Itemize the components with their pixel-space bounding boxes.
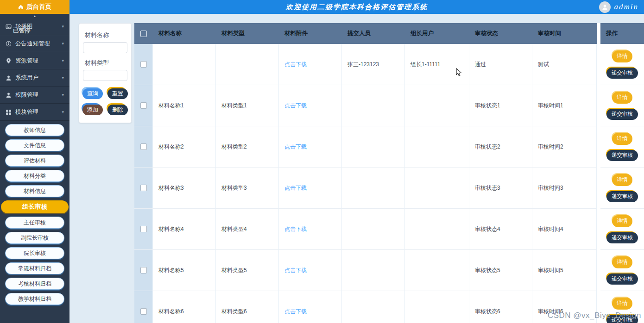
- download-link[interactable]: 点击下载: [284, 184, 307, 192]
- sidebar-scroll-up-icon[interactable]: ▴: [0, 14, 69, 18]
- checkbox-cell: [134, 209, 153, 250]
- row-checkbox[interactable]: [140, 61, 147, 68]
- header-review-status: 审核状态: [469, 23, 532, 44]
- search-panel: 材料名称 材料类型 查询 重置 添加 删除: [79, 23, 132, 123]
- sidebar-item-announcements[interactable]: 公告通知管理 ▾: [0, 35, 69, 52]
- cell-operations: 详情 递交审核: [600, 44, 644, 85]
- submit-review-button[interactable]: 递交审核: [606, 150, 638, 161]
- cell-operations: 详情 递交审核: [600, 85, 644, 126]
- submit-review-button[interactable]: 递交审核: [606, 232, 638, 243]
- submit-review-button[interactable]: 递交审核: [606, 109, 638, 120]
- table-row: 材料名称1 材料类型1 点击下载 审核状态1 审核时间1 详情 递交审核: [134, 85, 644, 126]
- submit-review-button[interactable]: 递交审核: [606, 273, 638, 285]
- detail-button[interactable]: 详情: [612, 174, 632, 186]
- submenu-item-dean-review[interactable]: 院长审核: [5, 247, 64, 259]
- header-leader-user: 组长用户: [405, 23, 469, 44]
- download-link[interactable]: 点击下载: [284, 225, 307, 233]
- checkbox-cell: [134, 291, 153, 323]
- row-checkbox[interactable]: [140, 185, 147, 191]
- cell-material-type: 材料类型1: [216, 85, 279, 126]
- cell-leader: [405, 126, 469, 168]
- reset-button[interactable]: 重置: [107, 88, 128, 99]
- home-icon: [18, 4, 24, 10]
- fixed-column-gap: [597, 291, 600, 323]
- cell-leader: [405, 291, 469, 323]
- row-checkbox[interactable]: [140, 267, 147, 273]
- chevron-down-icon: ▾: [62, 58, 64, 63]
- submenu-item-regular-archive[interactable]: 常规材料归档: [5, 262, 64, 274]
- cell-attachment: 点击下载: [279, 44, 342, 85]
- fixed-column-gap: [597, 85, 600, 126]
- submenu-item-teaching-archive[interactable]: 教学材料归档: [5, 293, 64, 305]
- download-link[interactable]: 点击下载: [284, 61, 307, 68]
- sidebar-item-permissions[interactable]: 权限管理 ▾: [0, 87, 69, 104]
- download-link[interactable]: 点击下载: [284, 102, 307, 110]
- submit-review-button[interactable]: 递交审核: [606, 315, 638, 323]
- cell-leader: [405, 168, 469, 209]
- user-icon: [6, 75, 12, 81]
- detail-button[interactable]: 详情: [612, 92, 632, 104]
- home-button[interactable]: 后台首页: [0, 0, 69, 14]
- sidebar-item-resources[interactable]: 资源管理 ▾: [0, 52, 69, 69]
- submenu-item-file-info[interactable]: 文件信息: [5, 139, 64, 151]
- query-button[interactable]: 查询: [82, 88, 103, 99]
- cell-submitter: [342, 291, 405, 323]
- modules-icon: [6, 109, 12, 115]
- chevron-down-icon: ▾: [62, 110, 64, 114]
- submenu-item-vice-dean-review[interactable]: 副院长审核: [5, 232, 64, 244]
- table-row: 材料名称6 材料类型6 点击下载 审核状态6 审核时间6 详情 递交审核: [134, 291, 644, 323]
- row-checkbox[interactable]: [140, 102, 147, 109]
- table-row: 材料名称2 材料类型2 点击下载 审核状态2 审核时间2 详情 递交审核: [134, 126, 644, 168]
- sidebar-item-system-users[interactable]: 系统用户 ▾: [0, 69, 69, 87]
- cell-status: 审核状态1: [469, 85, 532, 126]
- cell-status: 通过: [469, 44, 532, 85]
- sidebar-item-carousel[interactable]: 轮播图 ▾: [0, 18, 69, 35]
- material-name-input[interactable]: [83, 42, 127, 53]
- header-operations: 操作: [600, 23, 644, 44]
- cell-time: 测试: [532, 44, 597, 85]
- submenu-item-material-category[interactable]: 材料分类: [5, 170, 64, 182]
- row-checkbox[interactable]: [140, 308, 147, 315]
- submenu-item-teacher-info[interactable]: 教师信息: [5, 124, 64, 136]
- fixed-column-gap: [597, 126, 600, 168]
- checkbox-cell: [134, 126, 153, 168]
- sidebar-item-modules[interactable]: 模块管理 ▾: [0, 104, 69, 121]
- select-all-checkbox[interactable]: [140, 31, 147, 37]
- chevron-down-icon: ▾: [62, 93, 64, 97]
- sidebar-item-label: 资源管理: [15, 57, 38, 65]
- detail-button[interactable]: 详情: [612, 256, 632, 268]
- table-row: 点击下载 张三-123123 组长1-11111 通过 测试 详情 递交审核: [134, 44, 644, 85]
- sidebar-item-label: 系统用户: [15, 74, 38, 82]
- sidebar-item-label: 权限管理: [15, 91, 38, 99]
- submenu-item-leader-review[interactable]: 组长审核: [1, 200, 69, 213]
- download-link[interactable]: 点击下载: [284, 143, 307, 151]
- submit-review-button[interactable]: 递交审核: [606, 191, 638, 202]
- submit-review-button[interactable]: 递交审核: [606, 68, 638, 79]
- page-title: 欢迎使用二级学院本科合格评估管理系统: [69, 0, 644, 14]
- location-icon: [6, 58, 12, 64]
- submenu-item-director-review[interactable]: 主任审核: [5, 217, 64, 229]
- cell-operations: 详情 递交审核: [600, 209, 644, 250]
- material-type-input[interactable]: [83, 70, 127, 81]
- delete-button[interactable]: 删除: [107, 105, 128, 115]
- download-link[interactable]: 点击下载: [284, 308, 307, 316]
- detail-button[interactable]: 详情: [612, 50, 632, 62]
- header-material-type: 材料类型: [216, 23, 279, 44]
- chevron-down-icon: ▾: [62, 24, 64, 29]
- header-submitter: 提交人员: [342, 23, 405, 44]
- info-icon: [6, 41, 12, 47]
- download-link[interactable]: 点击下载: [284, 267, 307, 274]
- submenu-item-evaluation-materials[interactable]: 评估材料: [5, 155, 64, 167]
- cell-status: 审核状态2: [469, 126, 532, 168]
- detail-button[interactable]: 详情: [612, 298, 632, 310]
- row-checkbox[interactable]: [140, 143, 147, 150]
- submenu-item-material-info[interactable]: 材料信息: [5, 185, 64, 197]
- add-button[interactable]: 添加: [82, 105, 103, 115]
- submenu-item-assessment-archive[interactable]: 考核材料归档: [5, 278, 64, 290]
- avatar[interactable]: [599, 1, 611, 13]
- row-checkbox[interactable]: [140, 226, 147, 232]
- detail-button[interactable]: 详情: [612, 215, 632, 227]
- cell-operations: 详情 递交审核: [600, 250, 644, 291]
- detail-button[interactable]: 详情: [612, 133, 632, 145]
- cell-status: 审核状态3: [469, 168, 532, 209]
